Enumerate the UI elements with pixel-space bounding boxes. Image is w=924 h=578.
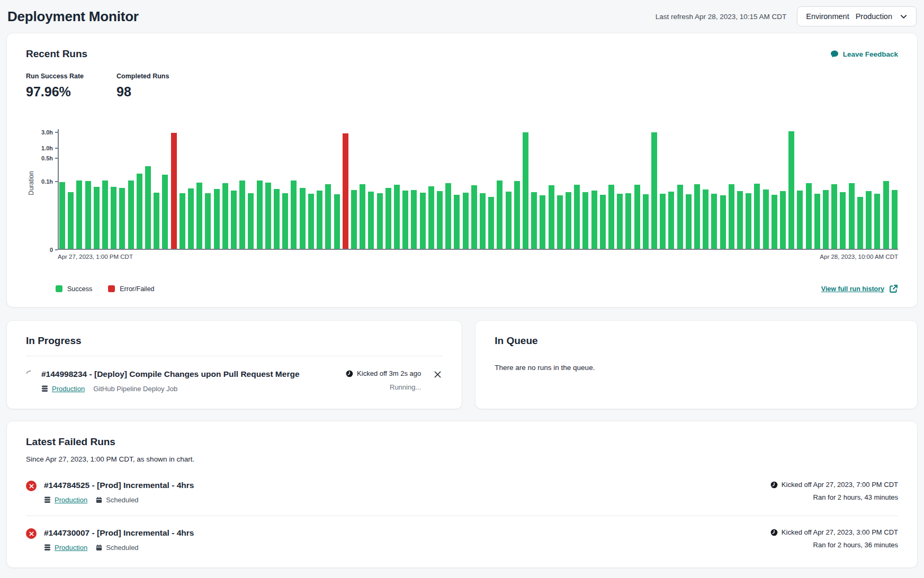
failed-run-title[interactable]: #144730007 - [Prod] Incremental - 4hrs <box>44 528 770 538</box>
chart-bar-success[interactable] <box>720 195 726 249</box>
chart-bar-success[interactable] <box>231 191 237 249</box>
chart-bar-success[interactable] <box>892 190 898 249</box>
chart-bar-success[interactable] <box>360 184 365 249</box>
chart-bar-success[interactable] <box>711 194 717 249</box>
chart-bar-success[interactable] <box>866 191 872 249</box>
chart-bar-success[interactable] <box>600 195 606 249</box>
chart-bar-success[interactable] <box>265 183 271 249</box>
chart-bar-success[interactable] <box>488 197 494 249</box>
chart-bar-success[interactable] <box>643 194 649 249</box>
chart-bar-success[interactable] <box>831 184 837 249</box>
environment-tag-link[interactable]: Production <box>44 496 87 504</box>
chart-bar-success[interactable] <box>317 191 322 249</box>
chart-bar-success[interactable] <box>686 194 692 249</box>
chart-bar-success[interactable] <box>506 192 512 249</box>
chart-bar-success[interactable] <box>849 183 855 249</box>
chart-bar-success[interactable] <box>608 185 614 249</box>
chart-bar-success[interactable] <box>308 194 314 249</box>
chart-bar-success[interactable] <box>68 192 74 249</box>
chart-bar-success[interactable] <box>549 185 554 249</box>
chart-bar-success[interactable] <box>471 185 477 249</box>
chart-bar-success[interactable] <box>137 174 142 249</box>
chart-bar-success[interactable] <box>111 187 116 249</box>
chart-bar-success[interactable] <box>76 180 82 249</box>
chart-bar-success[interactable] <box>420 193 426 249</box>
chart-bar-success[interactable] <box>763 189 769 249</box>
failed-run-title[interactable]: #144784525 - [Prod] Incremental - 4hrs <box>44 481 770 490</box>
chart-bar-success[interactable] <box>94 187 100 249</box>
chart-bar-success[interactable] <box>703 189 708 249</box>
chart-bar-success[interactable] <box>514 181 520 249</box>
chart-bar-success[interactable] <box>780 191 786 249</box>
chart-bar-success[interactable] <box>463 193 469 249</box>
chart-bar-success[interactable] <box>874 194 880 249</box>
chart-bar-success[interactable] <box>797 191 803 249</box>
chart-bar-success[interactable] <box>239 180 245 249</box>
chart-bar-success[interactable] <box>582 192 588 249</box>
chart-bar-success[interactable] <box>128 180 134 249</box>
chart-bar-success[interactable] <box>737 191 743 249</box>
chart-bar-success[interactable] <box>454 195 460 249</box>
chart-bar-success[interactable] <box>214 189 220 249</box>
chart-bar-success[interactable] <box>85 181 91 249</box>
chart-bar-success[interactable] <box>480 193 486 249</box>
chart-bar-success[interactable] <box>385 188 391 249</box>
chart-bar-success[interactable] <box>205 193 211 249</box>
chart-bar-success[interactable] <box>411 190 417 249</box>
in-progress-run-title[interactable]: #144998234 - [Deploy] Compile Changes up… <box>41 369 346 379</box>
environment-tag-link[interactable]: Production <box>41 385 85 393</box>
chart-bar-success[interactable] <box>523 132 528 249</box>
chart-bar-success[interactable] <box>540 195 545 249</box>
chart-bar-success[interactable] <box>402 191 408 249</box>
chart-bar-success[interactable] <box>557 195 563 249</box>
chart-bar-success[interactable] <box>651 132 657 249</box>
chart-bar-success[interactable] <box>180 193 185 249</box>
environment-tag-link[interactable]: Production <box>44 544 87 552</box>
close-icon[interactable] <box>433 369 443 381</box>
chart-bar-success[interactable] <box>754 184 760 249</box>
chart-bar-success[interactable] <box>300 188 306 249</box>
chart-bar-success[interactable] <box>806 183 812 249</box>
view-full-run-history-link[interactable]: View full run history <box>821 284 898 293</box>
chart-bar-success[interactable] <box>59 182 65 249</box>
chart-bar-success[interactable] <box>154 193 159 249</box>
chart-bar-success[interactable] <box>497 180 503 249</box>
chart-bar-success[interactable] <box>746 193 751 249</box>
chart-bar-success[interactable] <box>823 190 829 249</box>
environment-dropdown[interactable]: Environment Production <box>797 6 917 26</box>
chart-bar-success[interactable] <box>162 175 168 249</box>
chart-bar-success[interactable] <box>445 183 451 249</box>
chart-bar-failed[interactable] <box>171 133 177 249</box>
chart-bar-success[interactable] <box>617 194 623 249</box>
chart-bar-success[interactable] <box>274 189 280 249</box>
chart-bar-success[interactable] <box>668 192 674 249</box>
chart-bar-success[interactable] <box>119 188 125 249</box>
chart-bar-success[interactable] <box>772 195 777 249</box>
chart-bar-success[interactable] <box>677 185 683 249</box>
chart-bar-success[interactable] <box>222 183 228 249</box>
chart-bar-success[interactable] <box>591 191 597 249</box>
chart-bar-success[interactable] <box>574 185 580 249</box>
chart-bar-success[interactable] <box>694 184 700 249</box>
chart-bar-success[interactable] <box>188 188 194 249</box>
chart-bar-success[interactable] <box>840 192 846 249</box>
chart-bar-success[interactable] <box>531 192 537 249</box>
chart-bar-success[interactable] <box>334 194 340 249</box>
chart-bar-success[interactable] <box>883 181 889 249</box>
chart-bar-success[interactable] <box>729 184 734 249</box>
leave-feedback-link[interactable]: Leave Feedback <box>830 50 898 58</box>
chart-bar-success[interactable] <box>145 166 151 249</box>
chart-bar-success[interactable] <box>814 194 820 249</box>
chart-bar-success[interactable] <box>282 193 288 249</box>
chart-bar-success[interactable] <box>625 193 631 249</box>
chart-bar-success[interactable] <box>102 180 108 249</box>
chart-bar-success[interactable] <box>257 180 263 249</box>
chart-bar-success[interactable] <box>351 190 357 249</box>
chart-bar-success[interactable] <box>437 191 443 249</box>
chart-bar-success[interactable] <box>634 185 640 249</box>
chart-bar-success[interactable] <box>325 184 331 249</box>
chart-bar-success[interactable] <box>291 180 297 249</box>
chart-bar-success[interactable] <box>196 183 202 249</box>
chart-bar-success[interactable] <box>368 192 374 249</box>
chart-bar-success[interactable] <box>566 192 571 249</box>
